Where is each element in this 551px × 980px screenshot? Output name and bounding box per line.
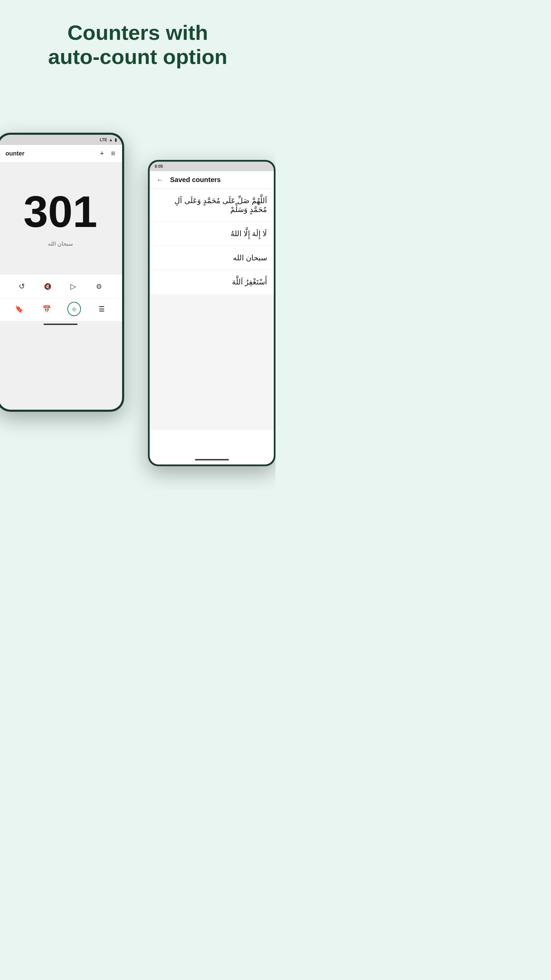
header-icons: + ≡	[100, 149, 115, 158]
play-button[interactable]: ▷	[66, 280, 80, 293]
battery-icon: ▮	[114, 137, 117, 142]
saved-counters-list: اَللَّهُمَّ صَلِّ عَلَى مُحَمَّدٍ وَعَلَ…	[150, 189, 274, 294]
signal-icon: ▲	[109, 137, 113, 142]
right-phone-screen: 6:05 ← Saved counters اَللَّهُمَّ صَلِّ …	[150, 162, 274, 465]
counter-area[interactable]: 301 سبحان الله	[0, 162, 122, 274]
counter-value: 301	[24, 189, 97, 234]
back-button[interactable]: ←	[156, 176, 163, 184]
mute-button[interactable]: 🔇	[41, 280, 54, 293]
nav-calendar[interactable]: 📅	[40, 302, 53, 316]
right-time: 6:05	[155, 164, 163, 169]
title-line1: Counters with	[67, 21, 208, 44]
nav-bookmark[interactable]: 🔖	[12, 302, 26, 316]
add-button[interactable]: +	[100, 149, 104, 158]
page-title: Counters with auto-count option	[0, 0, 275, 83]
counter-label: سبحان الله	[48, 240, 73, 247]
left-phone-screen: LTE ▲ ▮ ounter + ≡ 301 سبحان الله ↺ 🔇	[0, 135, 122, 410]
list-item[interactable]: سبحان الله	[150, 246, 274, 270]
saved-item-text: سبحان الله	[233, 253, 267, 262]
bottom-controls: ↺ 🔇 ▷ ⚙	[0, 274, 122, 298]
counter-nav-icon: ◎	[72, 306, 76, 312]
list-item[interactable]: لَا إِلَهَ إِلَّا اللهُ	[150, 222, 274, 246]
right-phone: 6:05 ← Saved counters اَللَّهُمَّ صَلِّ …	[148, 160, 275, 466]
counter-app-title: ounter	[5, 150, 24, 157]
lte-indicator: LTE	[100, 137, 107, 142]
saved-item-text: لَا إِلَهَ إِلَّا اللهُ	[230, 229, 267, 238]
saved-item-text: اَللَّهُمَّ صَلِّ عَلَى مُحَمَّدٍ وَعَلَ…	[175, 196, 267, 214]
right-app-header: ← Saved counters	[150, 171, 274, 189]
home-indicator-left	[0, 321, 122, 328]
saved-counters-title: Saved counters	[170, 176, 221, 184]
phones-container: LTE ▲ ▮ ounter + ≡ 301 سبحان الله ↺ 🔇	[0, 133, 275, 490]
active-nav-circle: ◎	[67, 302, 81, 316]
reset-button[interactable]: ↺	[15, 280, 29, 293]
title-line2: auto-count option	[48, 45, 227, 68]
settings-button[interactable]: ⚙	[92, 280, 106, 293]
home-bar-left	[43, 324, 78, 325]
empty-area	[150, 294, 274, 430]
nav-counter-active[interactable]: ◎	[67, 302, 81, 316]
left-app-header: ounter + ≡	[0, 145, 122, 162]
nav-menu[interactable]: ☰	[95, 302, 108, 316]
saved-item-text: أَسْتَغْفِرُ اَللَّهَ	[232, 278, 267, 286]
menu-button[interactable]: ≡	[111, 149, 115, 158]
left-phone: LTE ▲ ▮ ounter + ≡ 301 سبحان الله ↺ 🔇	[0, 133, 124, 412]
home-indicator-right	[195, 459, 229, 460]
bottom-nav: 🔖 📅 ◎ ☰	[0, 298, 122, 321]
right-status-bar: 6:05	[150, 162, 274, 171]
left-status-bar: LTE ▲ ▮	[0, 135, 122, 145]
list-item[interactable]: أَسْتَغْفِرُ اَللَّهَ	[150, 270, 274, 294]
list-item[interactable]: اَللَّهُمَّ صَلِّ عَلَى مُحَمَّدٍ وَعَلَ…	[150, 189, 274, 222]
